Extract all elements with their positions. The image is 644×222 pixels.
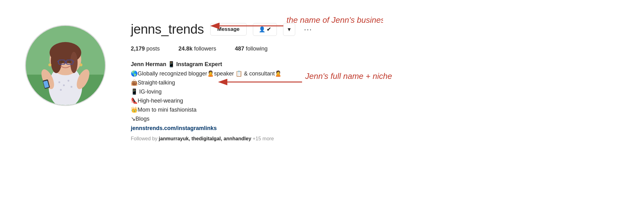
username: jenns_trends	[131, 22, 204, 37]
followed-by-users: janmurrayuk, thedigitalgal, annhandley	[159, 136, 251, 141]
display-name: Jenn Herman	[131, 61, 166, 67]
bio-line-2: 👜Straight-talking	[131, 79, 619, 87]
followers-count: 24.8k	[178, 46, 192, 52]
phone-emoji: 📱	[168, 61, 176, 67]
follow-button[interactable]: 👤 ✔	[253, 23, 277, 36]
bio-line-6: ↘Blogs	[131, 115, 619, 123]
more-button[interactable]: ···	[301, 23, 315, 35]
svg-point-4	[63, 84, 65, 86]
bio-link[interactable]: jennstrends.com/instagramlinks	[131, 125, 619, 132]
svg-point-20	[68, 60, 71, 63]
followed-by-prefix: Followed by	[131, 136, 157, 141]
posts-stat: 2,179 posts	[131, 46, 160, 52]
bio-line-3: 📱 IG-loving	[131, 88, 619, 96]
followed-by: Followed by janmurrayuk, thedigitalgal, …	[131, 136, 619, 142]
svg-point-12	[51, 49, 62, 73]
posts-label: posts	[146, 46, 160, 52]
following-label: following	[246, 46, 268, 52]
following-stat: 487 following	[235, 46, 268, 52]
svg-point-19	[60, 60, 63, 63]
followers-label: followers	[194, 46, 216, 52]
dropdown-button[interactable]: ▾	[283, 23, 295, 36]
svg-point-5	[68, 80, 69, 82]
checkmark-icon: ✔	[267, 26, 271, 33]
person-icon: 👤	[259, 26, 265, 33]
profile-info: jenns_trends Message 👤 ✔ ▾ ··· 2,179 pos…	[131, 19, 619, 142]
bio-name: Jenn Herman 📱 Instagram Expert	[131, 61, 619, 68]
svg-point-7	[60, 89, 62, 91]
followed-by-more: +15 more	[253, 136, 274, 141]
bio-line-5: 👑Mom to mini fashionista	[131, 106, 619, 114]
svg-point-21	[48, 63, 51, 66]
avatar	[25, 25, 106, 106]
bio-title: Instagram Expert	[176, 61, 222, 67]
svg-point-22	[79, 63, 83, 66]
following-count: 487	[235, 46, 244, 52]
posts-count: 2,179	[131, 46, 145, 52]
svg-point-6	[71, 86, 73, 88]
svg-point-13	[70, 52, 78, 73]
svg-point-3	[59, 81, 60, 83]
profile-header: jenns_trends Message 👤 ✔ ▾ ···	[131, 22, 619, 37]
followers-stat: 24.8k followers	[178, 46, 216, 52]
bio-line-1: 🌎Globally recognized blogger🙎speaker 📋 &…	[131, 70, 619, 78]
bio-line-4: 👠High-heel-wearing	[131, 97, 619, 105]
message-button[interactable]: Message	[210, 23, 247, 36]
stats-row: 2,179 posts 24.8k followers 487 followin…	[131, 46, 619, 52]
profile-page: jenns_trends Message 👤 ✔ ▾ ··· 2,179 pos…	[0, 0, 644, 222]
